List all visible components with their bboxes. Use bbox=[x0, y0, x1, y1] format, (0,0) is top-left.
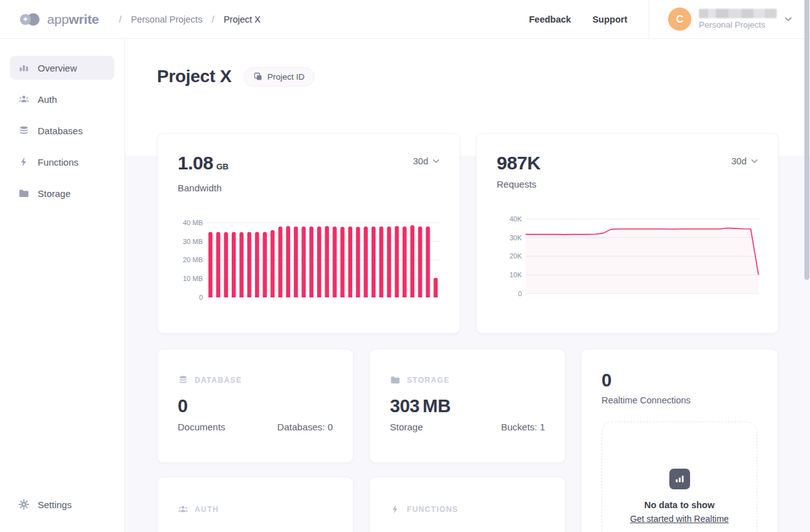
header-divider bbox=[649, 0, 649, 39]
breadcrumb-separator: / bbox=[119, 14, 121, 24]
project-id-button[interactable]: Project ID bbox=[244, 67, 315, 87]
sidebar-item-functions[interactable]: Functions bbox=[10, 150, 114, 174]
account-texts: Personal Projects bbox=[699, 9, 777, 29]
bandwidth-unit: GB bbox=[216, 162, 229, 171]
database-icon bbox=[18, 125, 30, 136]
databases-meta: Databases: 0 bbox=[278, 422, 333, 432]
storage-unit: MB bbox=[423, 396, 451, 416]
realtime-connections-count: 0 bbox=[602, 370, 757, 391]
get-started-realtime-link[interactable]: Get started with Realtime bbox=[630, 514, 728, 524]
storage-value: 303 bbox=[390, 396, 419, 416]
requests-label: Requests bbox=[497, 179, 541, 189]
bandwidth-chart: 40 MB30 MB20 MB10 MB0 bbox=[178, 213, 440, 310]
documents-count: 0 bbox=[178, 396, 188, 416]
gear-icon bbox=[18, 499, 30, 510]
auth-category-label: AUTH bbox=[195, 505, 219, 514]
range-value: 30d bbox=[732, 156, 747, 166]
svg-text:20K: 20K bbox=[509, 252, 522, 260]
functions-category-label: FUNCTIONS bbox=[407, 505, 458, 514]
realtime-empty-state: No data to show Get started with Realtim… bbox=[602, 422, 757, 532]
sidebar-item-label: Functions bbox=[38, 157, 78, 168]
folder-icon bbox=[390, 375, 401, 385]
functions-card[interactable]: FUNCTIONS bbox=[369, 477, 566, 532]
sidebar-item-label: Storage bbox=[38, 188, 71, 199]
vertical-scrollbar[interactable] bbox=[804, 0, 809, 280]
requests-value: 987K bbox=[497, 152, 541, 173]
lightning-icon bbox=[390, 504, 401, 514]
breadcrumb: / Personal Projects / Project X bbox=[119, 14, 261, 24]
avatar: C bbox=[668, 8, 691, 31]
main-content: Project X Project ID 1.08GB Bandwidth 30… bbox=[125, 39, 810, 532]
bandwidth-card: 1.08GB Bandwidth 30d 40 MB30 MB20 MB10 M… bbox=[157, 133, 460, 334]
account-menu[interactable]: C Personal Projects bbox=[668, 8, 792, 31]
breadcrumb-current[interactable]: Project X bbox=[224, 14, 261, 24]
account-organization: Personal Projects bbox=[699, 20, 777, 29]
bandwidth-range-select[interactable]: 30d bbox=[413, 156, 440, 166]
svg-text:10K: 10K bbox=[509, 271, 522, 279]
sidebar-item-auth[interactable]: Auth bbox=[10, 87, 114, 111]
feedback-link[interactable]: Feedback bbox=[529, 14, 571, 24]
page-title: Project X bbox=[157, 66, 232, 87]
svg-text:0: 0 bbox=[518, 290, 522, 297]
storage-label: Storage bbox=[390, 422, 423, 432]
requests-value-block: 987K Requests bbox=[497, 152, 541, 189]
no-data-title: No data to show bbox=[644, 500, 715, 510]
storage-card[interactable]: STORAGE 303MB Storage Buckets: 1 bbox=[369, 349, 566, 463]
sidebar-item-label: Settings bbox=[38, 499, 72, 510]
app-header: appwrite / Personal Projects / Project X… bbox=[0, 0, 810, 39]
database-card[interactable]: DATABASE 0 Documents Databases: 0 bbox=[157, 349, 354, 463]
requests-card: 987K Requests 30d 40K30K20K10K0 bbox=[476, 133, 779, 334]
buckets-meta: Buckets: 1 bbox=[501, 422, 545, 432]
svg-text:0: 0 bbox=[199, 294, 203, 301]
database-icon bbox=[178, 375, 188, 385]
breadcrumb-parent[interactable]: Personal Projects bbox=[131, 14, 203, 24]
header-actions: Feedback Support C Personal Projects bbox=[508, 0, 792, 39]
svg-text:30K: 30K bbox=[509, 234, 522, 242]
bar-chart-icon bbox=[18, 62, 30, 73]
project-id-label: Project ID bbox=[267, 72, 305, 82]
bandwidth-value-block: 1.08GB Bandwidth bbox=[178, 152, 229, 193]
range-value: 30d bbox=[413, 156, 428, 166]
realtime-connections-label: Realtime Connections bbox=[602, 395, 757, 405]
sidebar-item-settings[interactable]: Settings bbox=[10, 492, 114, 516]
svg-text:40 MB: 40 MB bbox=[183, 219, 203, 226]
sidebar-item-label: Auth bbox=[38, 94, 57, 105]
realtime-card: 0 Realtime Connections No data to show G… bbox=[581, 349, 778, 532]
sidebar-item-overview[interactable]: Overview bbox=[10, 56, 114, 80]
copy-icon bbox=[254, 72, 262, 81]
svg-text:30 MB: 30 MB bbox=[183, 238, 203, 245]
documents-label: Documents bbox=[178, 422, 225, 432]
no-data-chart-icon bbox=[669, 469, 690, 489]
requests-range-select[interactable]: 30d bbox=[732, 156, 758, 166]
appwrite-logo[interactable]: appwrite bbox=[19, 12, 99, 27]
sidebar-item-databases[interactable]: Databases bbox=[10, 119, 114, 142]
requests-chart: 40K30K20K10K0 bbox=[497, 210, 758, 306]
logo-wordmark: appwrite bbox=[47, 12, 99, 27]
chevron-down-icon bbox=[784, 16, 792, 22]
bandwidth-value: 1.08 bbox=[178, 152, 213, 173]
storage-category-label: STORAGE bbox=[407, 376, 450, 385]
support-link[interactable]: Support bbox=[592, 14, 627, 24]
users-icon bbox=[178, 504, 188, 514]
bandwidth-label: Bandwidth bbox=[178, 183, 229, 193]
svg-text:40K: 40K bbox=[509, 215, 522, 223]
svg-text:10 MB: 10 MB bbox=[183, 275, 203, 282]
svg-text:20 MB: 20 MB bbox=[183, 256, 203, 263]
breadcrumb-separator: / bbox=[212, 14, 214, 24]
sidebar-item-label: Databases bbox=[38, 125, 83, 136]
account-name-redacted bbox=[699, 9, 777, 18]
auth-card[interactable]: AUTH bbox=[157, 477, 354, 532]
sidebar: Overview Auth Databases Functions Storag… bbox=[0, 39, 125, 532]
users-icon bbox=[18, 93, 30, 105]
chevron-down-icon bbox=[751, 159, 758, 164]
sidebar-item-label: Overview bbox=[38, 63, 77, 73]
chevron-down-icon bbox=[433, 159, 440, 164]
folder-icon bbox=[18, 188, 30, 199]
appwrite-logo-icon bbox=[19, 12, 41, 27]
lightning-icon bbox=[18, 156, 30, 168]
sidebar-item-storage[interactable]: Storage bbox=[10, 181, 114, 205]
database-category-label: DATABASE bbox=[195, 376, 242, 385]
